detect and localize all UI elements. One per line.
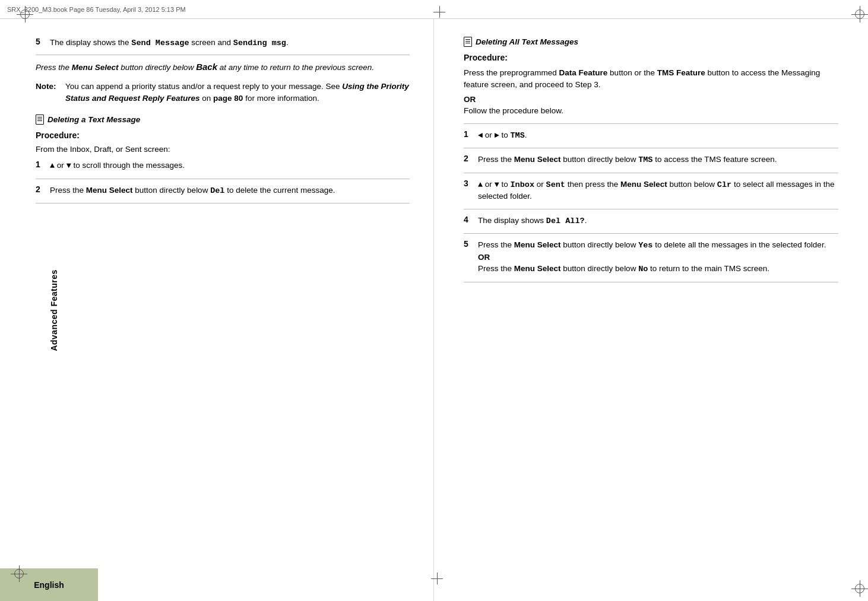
proc2-bold2: TMS Feature xyxy=(657,68,705,77)
header-text: SRX_2200_M3.book Page 86 Tuesday, April … xyxy=(7,6,186,13)
right-step5-press: Press the xyxy=(478,264,514,273)
right-step3-display1: Inbox xyxy=(511,180,535,189)
english-label: English xyxy=(34,580,64,590)
left-step1-arrow-down: ▼ xyxy=(66,161,71,170)
intro-end: at any time to return to the previous sc… xyxy=(217,63,374,72)
right-step4-display: Del All? xyxy=(546,217,585,225)
note-end: on xyxy=(200,94,214,103)
right-step2-num: 2 xyxy=(464,154,476,163)
left-step2-content: Press the Menu Select button directly be… xyxy=(50,185,410,197)
right-step5-content: Press the Menu Select button directly be… xyxy=(478,239,838,275)
step5-display2: Sending msg xyxy=(233,39,286,47)
r-sep-after-step5 xyxy=(464,282,838,282)
right-step4-num: 4 xyxy=(464,215,476,224)
right-step5-bold2: Menu Select xyxy=(514,264,561,273)
right-step4-after: . xyxy=(585,216,587,225)
section2-title-text: Deleting All Text Messages xyxy=(476,37,578,46)
right-step4-before: The display shows xyxy=(478,216,546,225)
left-step1-arrow-up: ▲ xyxy=(50,161,55,170)
note-text: You can append a priority status and/or … xyxy=(65,82,342,91)
doc-icon-1 xyxy=(36,115,44,125)
left-step2-before: Press the xyxy=(50,186,86,195)
left-column: Advanced Features 5 The display shows th… xyxy=(0,19,434,601)
left-step1-content: ▲ or ▼ to scroll through the messages. xyxy=(50,160,410,172)
right-step1: 1 ◄ or ► to TMS. xyxy=(464,129,838,143)
r-sep-3-4 xyxy=(464,209,838,209)
intro-back: Back xyxy=(196,62,217,72)
left-step1-text: to scroll through the messages. xyxy=(71,161,185,170)
section2-title: Deleting All Text Messages xyxy=(464,37,838,47)
proc2-bold1: Data Feature xyxy=(559,68,608,77)
right-step5-display: Yes xyxy=(638,241,652,250)
proc2-mid: button or the xyxy=(607,68,657,77)
right-step2-content: Press the Menu Select button directly be… xyxy=(478,154,838,166)
left-step1-num: 1 xyxy=(36,160,47,169)
step5-text-before: The display shows the xyxy=(50,38,131,47)
left-step2-mid: button directly below xyxy=(133,186,211,195)
step5-text-between: screen and xyxy=(189,38,233,47)
right-step2-display: TMS xyxy=(638,155,652,164)
right-step3-num: 3 xyxy=(464,179,476,188)
left-step2-num: 2 xyxy=(36,185,47,194)
right-step1-text: to xyxy=(499,131,511,139)
note-content: You can append a priority status and/or … xyxy=(65,81,410,104)
right-step5-or: OR xyxy=(478,253,490,262)
right-step5-bold: Menu Select xyxy=(514,240,561,249)
step5-display1: Send Message xyxy=(131,39,189,47)
right-step2-before: Press the xyxy=(478,155,514,164)
right-step3-arrow-up: ▲ xyxy=(478,180,483,189)
left-step2: 2 Press the Menu Select button directly … xyxy=(36,185,410,198)
right-step5-mid: button directly below xyxy=(561,240,639,249)
note-page80: page 80 xyxy=(213,94,243,103)
right-step2-mid: button directly below xyxy=(561,155,639,164)
right-step5-end2: to return to the main TMS screen. xyxy=(648,264,769,273)
right-step3-to: to xyxy=(499,180,511,189)
right-step5: 5 Press the Menu Select button directly … xyxy=(464,239,838,276)
right-step2-end: to access the TMS feature screen. xyxy=(652,155,777,164)
r-sep-before-step1 xyxy=(464,123,838,124)
side-label: Advanced Features xyxy=(49,269,59,351)
right-step1-content: ◄ or ► to TMS. xyxy=(478,129,838,142)
right-step2-bold: Menu Select xyxy=(514,155,561,164)
right-step3-display3: Clr xyxy=(717,180,731,189)
left-step2-display: Del xyxy=(210,186,224,195)
left-step1-or: or xyxy=(55,161,66,170)
right-step3-or1: or xyxy=(483,180,495,189)
r-sep-4-5 xyxy=(464,233,838,234)
intro-middle: button directly below xyxy=(119,63,197,72)
right-step3-content: ▲ or ▼ to Inbox or Sent then press the M… xyxy=(478,179,838,202)
step5-number: 5 xyxy=(36,37,47,46)
right-step1-arrow-left: ◄ xyxy=(478,131,483,140)
side-label-container: Advanced Features xyxy=(13,19,95,601)
note-final: for more information. xyxy=(243,94,319,103)
right-step5-display2: No xyxy=(638,265,648,274)
proc2-follow: Follow the procedure below. xyxy=(464,106,838,115)
right-step5-before: Press the xyxy=(478,240,514,249)
right-step3-arrow-down: ▼ xyxy=(495,180,499,189)
proc2-intro-para: Press the preprogrammed Data Feature but… xyxy=(464,67,838,91)
right-step1-display: TMS xyxy=(511,131,525,140)
right-step3-end: button below xyxy=(667,180,717,189)
left-step1: 1 ▲ or ▼ to scroll through the messages. xyxy=(36,160,410,173)
procedure2-label: Procedure: xyxy=(464,53,838,62)
doc-icon-2 xyxy=(464,37,472,47)
right-step5-num: 5 xyxy=(464,239,476,249)
r-sep-1-2 xyxy=(464,148,838,148)
right-step4-content: The display shows Del All?. xyxy=(478,215,838,227)
right-step5-mid2: button directly below xyxy=(561,264,639,273)
r-sep-2-3 xyxy=(464,173,838,173)
step5-text-after: . xyxy=(286,38,289,47)
right-step1-dot: . xyxy=(525,131,527,139)
right-step4: 4 The display shows Del All?. xyxy=(464,215,838,228)
right-step5-end: to delete all the messages in the select… xyxy=(652,240,826,249)
step5-left: 5 The display shows the Send Message scr… xyxy=(36,37,410,49)
right-step3-mid: then press the xyxy=(565,180,620,189)
page-content: Advanced Features 5 The display shows th… xyxy=(0,19,868,601)
proc2-intro: Press the preprogrammed xyxy=(464,68,559,77)
step5-content: The display shows the Send Message scree… xyxy=(50,37,410,49)
right-column: Deleting All Text Messages Procedure: Pr… xyxy=(434,19,868,601)
right-step2: 2 Press the Menu Select button directly … xyxy=(464,154,838,167)
right-step1-num: 1 xyxy=(464,129,476,139)
right-step3-display2: Sent xyxy=(546,180,565,189)
right-step1-or: or xyxy=(483,131,495,139)
